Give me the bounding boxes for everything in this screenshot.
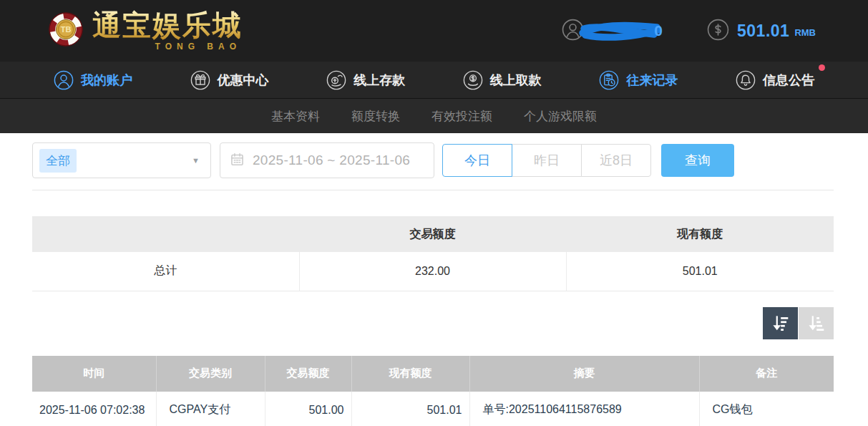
date-range-input[interactable]: 2025-11-06 ~ 2025-11-06 xyxy=(220,142,434,178)
subnav-item-basic-info[interactable]: 基本资料 xyxy=(271,108,320,125)
summary-table: 交易额度 现有额度 总计 232.00 501.01 xyxy=(32,216,834,291)
sub-nav: 基本资料 额度转换 有效投注额 个人游戏限额 xyxy=(0,98,868,133)
summary-col-transaction-amount: 交易额度 xyxy=(299,216,566,252)
sort-controls xyxy=(32,307,834,339)
date-range-value: 2025-11-06 ~ 2025-11-06 xyxy=(253,153,410,168)
nav-label: 优惠中心 xyxy=(218,72,269,89)
content-area: 全部 ▼ 2025-11-06 ~ 2025-11-06 今日 昨日 近8日 查… xyxy=(0,142,868,426)
query-button[interactable]: 查询 xyxy=(661,144,734,177)
filter-row: 全部 ▼ 2025-11-06 ~ 2025-11-06 今日 昨日 近8日 查… xyxy=(32,142,834,178)
sort-descending-button[interactable] xyxy=(763,307,798,339)
tx-summary: 单号:202511064115876589 xyxy=(469,392,699,426)
chip-label: TB xyxy=(61,25,72,34)
subnav-item-credit-transfer[interactable]: 额度转换 xyxy=(351,108,400,125)
withdraw-icon xyxy=(463,70,483,90)
tx-note: CG钱包 xyxy=(699,392,834,426)
user-icon xyxy=(54,70,74,90)
tx-col-balance: 现有额度 xyxy=(351,356,469,392)
sort-ascending-button[interactable] xyxy=(799,307,834,339)
bell-icon xyxy=(736,70,756,90)
quick-range-tabs: 今日 昨日 近8日 xyxy=(442,144,651,177)
tx-col-note: 备注 xyxy=(699,356,834,392)
sort-descending-icon xyxy=(771,314,790,333)
tx-balance: 501.01 xyxy=(351,392,469,426)
nav-item-deposit[interactable]: 线上存款 xyxy=(326,70,405,90)
summary-current-amount: 501.01 xyxy=(566,252,834,291)
tab-yesterday[interactable]: 昨日 xyxy=(512,144,582,177)
sort-ascending-icon xyxy=(806,314,826,333)
category-selected-tag: 全部 xyxy=(39,149,77,173)
casino-chip-icon: TB xyxy=(49,12,83,49)
category-select[interactable]: 全部 ▼ xyxy=(32,142,211,178)
nav-label: 往来记录 xyxy=(626,72,678,89)
tab-today[interactable]: 今日 xyxy=(442,144,512,177)
calendar-icon xyxy=(230,152,245,170)
user-account-area: 0 xyxy=(562,17,663,44)
summary-total-row: 总计 232.00 501.01 xyxy=(32,252,834,291)
records-icon xyxy=(599,70,619,90)
tx-col-amount: 交易额度 xyxy=(265,356,351,392)
balance-amount: 501.01 xyxy=(737,21,789,41)
nav-item-withdraw[interactable]: 线上取款 xyxy=(463,70,542,90)
username-visible-suffix: 0 xyxy=(654,22,663,39)
nav-item-records[interactable]: 往来记录 xyxy=(599,70,678,90)
tx-time: 2025-11-06 07:02:38 xyxy=(32,392,156,426)
subnav-item-valid-bets[interactable]: 有效投注额 xyxy=(431,108,492,125)
dollar-coin-icon xyxy=(707,19,729,44)
site-header: TB 通宝娱乐城 TONG BAO xyxy=(0,0,868,62)
filter-divider xyxy=(32,190,834,190)
nav-label: 我的账户 xyxy=(81,72,132,89)
nav-label: 线上取款 xyxy=(490,72,542,89)
brand-logo[interactable]: TB 通宝娱乐城 TONG BAO xyxy=(49,10,243,52)
summary-total-label: 总计 xyxy=(32,252,299,291)
transaction-row: 2025-11-06 07:02:38 CGPAY支付 501.00 501.0… xyxy=(32,392,834,426)
nav-item-announcements[interactable]: 信息公告 xyxy=(736,70,814,90)
balance-currency: RMB xyxy=(794,24,816,38)
nav-item-promotions[interactable]: 优惠中心 xyxy=(190,70,269,90)
subnav-item-personal-game-limit[interactable]: 个人游戏限额 xyxy=(524,108,597,125)
tx-col-summary: 摘要 xyxy=(469,356,699,392)
username-redaction-scribble xyxy=(577,20,664,44)
brand-name-cn: 通宝娱乐城 xyxy=(92,10,243,40)
tx-amount: 501.00 xyxy=(265,392,351,426)
transactions-table: 时间 交易类别 交易额度 现有额度 摘要 备注 2025-11-06 07:02… xyxy=(32,356,834,426)
gift-icon xyxy=(190,70,210,90)
main-nav: 我的账户 优惠中心 线上存款 线上取款 xyxy=(0,62,868,98)
tx-col-time: 时间 xyxy=(32,356,156,392)
summary-col-empty xyxy=(32,216,299,252)
balance-area: 501.01 RMB xyxy=(707,19,816,44)
notification-dot xyxy=(819,64,825,71)
chevron-down-icon: ▼ xyxy=(192,156,200,165)
tab-last-8-days[interactable]: 近8日 xyxy=(581,144,651,177)
summary-col-current-amount: 现有额度 xyxy=(566,216,834,252)
deposit-icon xyxy=(326,70,346,90)
nav-label: 信息公告 xyxy=(763,72,814,89)
brand-name-en: TONG BAO xyxy=(92,42,243,52)
tx-col-type: 交易类别 xyxy=(156,356,265,392)
nav-item-my-account[interactable]: 我的账户 xyxy=(54,70,132,90)
nav-label: 线上存款 xyxy=(353,72,405,89)
summary-transaction-amount: 232.00 xyxy=(299,252,566,291)
tx-type: CGPAY支付 xyxy=(156,392,265,426)
